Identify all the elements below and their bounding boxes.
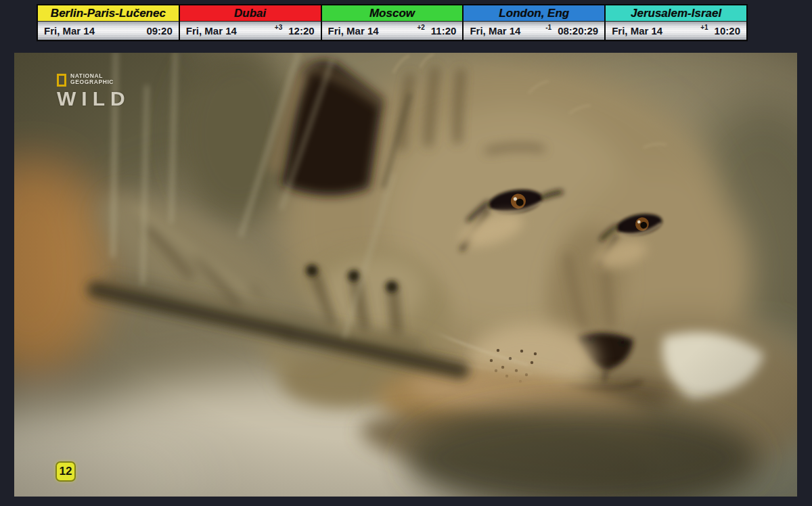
clock-berlin-paris-lucenec: Berlin-Paris-Lučenec Fri, Mar 14 09:20 — [38, 5, 179, 40]
clock-city-label: Moscow — [322, 5, 463, 22]
clock-datetime-row: Fri, Mar 14 -1 08:20:29 — [464, 22, 604, 40]
wild-wordmark: WILD — [57, 89, 131, 108]
clock-utc-offset: +1 — [700, 24, 708, 31]
clock-time: 09:20 — [146, 25, 172, 37]
clock-datetime-row: Fri, Mar 14 +3 12:20 — [180, 22, 321, 40]
video-player[interactable]: NATIONAL GEOGRAPHIC WILD 12 — [14, 53, 797, 497]
clock-city-label: London, Eng — [464, 5, 604, 22]
clock-datetime-row: Fri, Mar 14 +2 11:20 — [322, 22, 463, 40]
clock-utc-offset: -1 — [545, 24, 551, 31]
clock-date: Fri, Mar 14 — [470, 25, 520, 37]
clock-time: 12:20 — [288, 25, 314, 37]
natgeo-wild-logo: NATIONAL GEOGRAPHIC WILD — [57, 73, 131, 108]
clock-utc-offset: +3 — [275, 24, 282, 31]
clock-jerusalem: Jerusalem-Israel Fri, Mar 14 +1 10:20 — [604, 5, 746, 40]
clock-date: Fri, Mar 14 — [186, 25, 237, 37]
natgeo-brand-text: NATIONAL GEOGRAPHIC — [70, 73, 114, 85]
clock-time: 08:20:29 — [558, 25, 598, 37]
lion-cub-image — [14, 53, 797, 497]
clock-moscow: Moscow Fri, Mar 14 +2 11:20 — [321, 5, 463, 40]
clock-time: 10:20 — [715, 25, 740, 37]
clock-date: Fri, Mar 14 — [328, 25, 379, 37]
clock-dubai: Dubai Fri, Mar 14 +3 12:20 — [179, 5, 321, 40]
clock-city-label: Dubai — [180, 5, 321, 22]
clock-city-label: Berlin-Paris-Lučenec — [38, 5, 179, 22]
clock-city-label: Jerusalem-Israel — [606, 5, 746, 22]
natgeo-brand-line2: GEOGRAPHIC — [70, 79, 114, 85]
clock-datetime-row: Fri, Mar 14 09:20 — [38, 22, 179, 40]
clock-datetime-row: Fri, Mar 14 +1 10:20 — [606, 22, 746, 40]
age-rating-badge: 12 — [55, 461, 76, 482]
natgeo-yellow-frame-icon — [57, 74, 66, 87]
clock-date: Fri, Mar 14 — [612, 25, 662, 37]
clock-date: Fri, Mar 14 — [44, 25, 95, 37]
clock-time: 11:20 — [431, 25, 457, 37]
clock-utc-offset: +2 — [417, 24, 424, 31]
world-clock-bar: Berlin-Paris-Lučenec Fri, Mar 14 09:20 D… — [37, 4, 748, 41]
clock-london: London, Eng Fri, Mar 14 -1 08:20:29 — [462, 5, 604, 40]
